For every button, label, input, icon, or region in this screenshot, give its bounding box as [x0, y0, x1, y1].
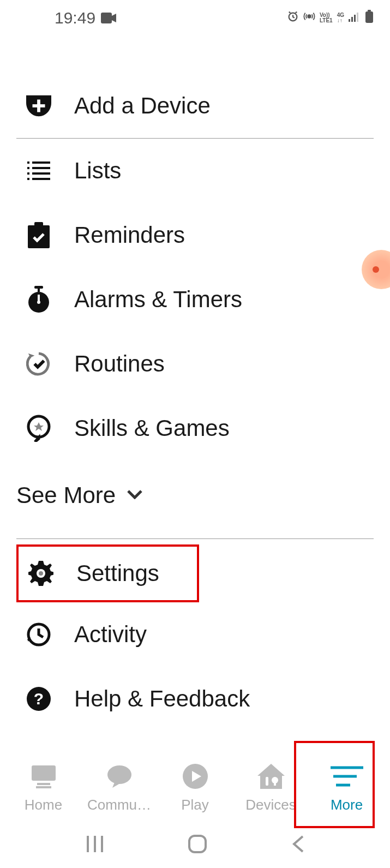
- battery-icon: [365, 10, 374, 26]
- svg-rect-5: [354, 15, 356, 22]
- status-time: 19:49: [55, 9, 95, 27]
- svg-rect-22: [38, 289, 40, 292]
- svg-rect-3: [349, 19, 350, 22]
- svg-rect-25: [38, 295, 40, 302]
- help-label: Help & Feedback: [74, 686, 250, 712]
- routines-icon: [26, 351, 51, 376]
- chevron-down-icon: [127, 489, 143, 501]
- hotspot-icon: [303, 10, 315, 25]
- bottom-nav: Home Commu… Play Devices: [0, 745, 390, 822]
- back-button[interactable]: [291, 834, 305, 856]
- devices-icon: [257, 763, 285, 790]
- skills-label: Skills & Games: [74, 415, 230, 441]
- status-left: 19:49: [55, 9, 116, 27]
- svg-text:?: ?: [34, 690, 44, 708]
- recents-button[interactable]: [86, 835, 104, 855]
- svg-rect-32: [32, 765, 56, 781]
- nav-communicate-label: Commu…: [87, 797, 151, 813]
- alarms-timers-button[interactable]: Alarms & Timers: [16, 267, 374, 332]
- network-icon: 4G↓↑: [337, 13, 344, 23]
- routines-button[interactable]: Routines: [16, 332, 374, 396]
- settings-label: Settings: [76, 560, 159, 586]
- add-device-label: Add a Device: [74, 93, 211, 119]
- nav-more-label: More: [331, 797, 363, 813]
- svg-rect-6: [357, 13, 358, 22]
- volte-icon: Vo))LTE1: [320, 13, 333, 23]
- add-device-button[interactable]: Add a Device: [16, 74, 374, 138]
- activity-button[interactable]: Activity: [16, 602, 374, 667]
- svg-point-35: [107, 765, 131, 784]
- svg-rect-21: [34, 286, 43, 289]
- svg-rect-34: [36, 786, 51, 788]
- gear-icon: [28, 561, 53, 586]
- signal-icon: [349, 11, 361, 25]
- svg-rect-14: [32, 167, 50, 169]
- nav-more[interactable]: More: [309, 763, 385, 813]
- svg-rect-20: [28, 225, 50, 248]
- nav-home[interactable]: Home: [5, 763, 81, 813]
- svg-point-28: [39, 571, 43, 576]
- svg-rect-16: [32, 172, 50, 175]
- lists-label: Lists: [74, 158, 121, 184]
- add-device-icon: [26, 93, 51, 118]
- nav-home-label: Home: [25, 797, 62, 813]
- svg-point-2: [308, 15, 311, 18]
- skills-games-button[interactable]: Skills & Games: [16, 396, 374, 460]
- reminders-label: Reminders: [74, 222, 185, 248]
- alarms-icon: [26, 287, 51, 312]
- activity-icon: [26, 622, 51, 647]
- nav-devices-label: Devices: [245, 797, 296, 813]
- more-menu-content: Add a Device Lists Reminders: [0, 30, 390, 731]
- svg-rect-0: [101, 13, 112, 23]
- divider: [16, 538, 374, 539]
- nav-play[interactable]: Play: [157, 763, 233, 813]
- skills-icon: [26, 416, 51, 441]
- help-feedback-button[interactable]: ? Help & Feedback: [16, 667, 374, 731]
- status-bar: 19:49 Vo))LTE1 4G↓↑: [0, 0, 390, 30]
- more-icon: [331, 763, 363, 790]
- svg-rect-18: [32, 178, 50, 180]
- svg-rect-10: [33, 104, 45, 107]
- settings-button[interactable]: Settings: [16, 544, 199, 602]
- svg-rect-7: [368, 10, 371, 11]
- help-icon: ?: [26, 686, 51, 711]
- lists-button[interactable]: Lists: [16, 139, 374, 203]
- see-more-button[interactable]: See More: [16, 460, 374, 538]
- svg-rect-13: [27, 167, 29, 169]
- home-button[interactable]: [188, 834, 207, 856]
- svg-rect-12: [32, 161, 50, 164]
- alarms-label: Alarms & Timers: [74, 286, 242, 313]
- reminders-button[interactable]: Reminders: [16, 203, 374, 267]
- reminders-icon: [26, 223, 51, 248]
- system-nav: [0, 822, 390, 868]
- svg-rect-46: [189, 836, 206, 852]
- see-more-label: See More: [16, 482, 116, 508]
- svg-rect-37: [266, 777, 268, 786]
- svg-rect-4: [351, 17, 353, 22]
- home-icon: [31, 763, 57, 790]
- status-right: Vo))LTE1 4G↓↑: [287, 10, 374, 26]
- camera-icon: [101, 9, 116, 27]
- svg-rect-17: [27, 178, 29, 180]
- svg-rect-11: [27, 161, 29, 164]
- play-icon: [183, 763, 208, 790]
- nav-devices[interactable]: Devices: [233, 763, 309, 813]
- lists-icon: [26, 158, 51, 183]
- svg-rect-8: [365, 11, 373, 23]
- communicate-icon: [107, 763, 132, 790]
- svg-rect-33: [37, 783, 50, 785]
- svg-rect-15: [27, 172, 29, 175]
- nav-play-label: Play: [181, 797, 209, 813]
- activity-label: Activity: [74, 621, 147, 648]
- nav-communicate[interactable]: Commu…: [81, 763, 157, 813]
- svg-rect-39: [274, 780, 276, 786]
- routines-label: Routines: [74, 351, 165, 377]
- alarm-status-icon: [287, 10, 299, 25]
